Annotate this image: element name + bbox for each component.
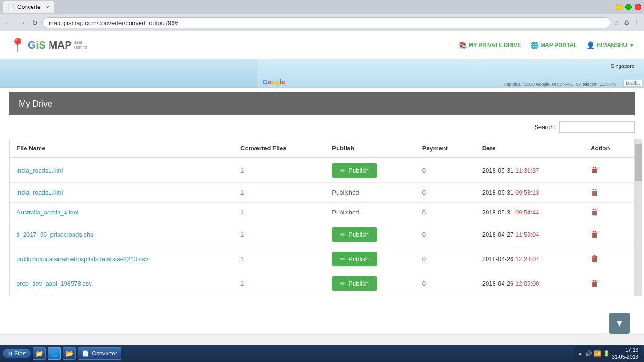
- publish-button[interactable]: ✏ Publish: [332, 276, 377, 291]
- user-menu[interactable]: 👤 HIMANSHU ▼: [586, 41, 635, 49]
- reload-button[interactable]: ↻: [30, 18, 40, 27]
- close-button[interactable]: [635, 4, 641, 10]
- payment-value: 0: [422, 255, 426, 263]
- file-name-link[interactable]: india_roads1.kml: [17, 167, 63, 174]
- publish-button[interactable]: ✏ Publish: [332, 163, 377, 178]
- cell-date: 2018-04-27 11:59:04: [476, 222, 584, 247]
- my-drive-title: My Drive: [19, 99, 52, 108]
- cell-payment: 0: [416, 247, 476, 272]
- minimize-button[interactable]: [616, 4, 622, 10]
- pencil-icon: ✏: [340, 280, 346, 287]
- cell-date: 2018-05-31 09:58:13: [476, 183, 584, 203]
- maximize-button[interactable]: [625, 4, 632, 10]
- leaflet-button[interactable]: Leaflet: [623, 80, 642, 87]
- search-label: Search:: [534, 123, 555, 131]
- forward-button[interactable]: →: [17, 18, 27, 27]
- my-private-drive-link[interactable]: 📚 MY PRIVATE DRIVE: [459, 41, 521, 49]
- delete-button[interactable]: 🗑: [591, 279, 599, 288]
- cell-payment: 0: [416, 272, 476, 296]
- delete-button[interactable]: 🗑: [591, 207, 599, 217]
- title-bar: 📄 Converter ✕: [0, 0, 644, 14]
- col-action: Action: [584, 139, 634, 158]
- scroll-down-icon: ▼: [615, 318, 624, 329]
- delete-button[interactable]: 🗑: [591, 254, 599, 264]
- publish-button[interactable]: ✏ Publish: [332, 227, 377, 242]
- file-name-link[interactable]: tl_2017_06_prisecroads.shp: [17, 231, 93, 238]
- table-row: publichospitalsinaihwhospitalsdatabase12…: [10, 247, 634, 272]
- cell-action: 🗑: [584, 183, 634, 203]
- map-icon: 🌐: [530, 41, 538, 49]
- converted-files-link[interactable]: 1: [240, 167, 244, 174]
- delete-button[interactable]: 🗑: [591, 188, 599, 197]
- cell-converted-files: 1: [234, 247, 325, 272]
- scroll-indicator[interactable]: [635, 139, 642, 296]
- publish-button[interactable]: ✏ Publish: [332, 252, 377, 266]
- tab-close-button[interactable]: ✕: [45, 4, 50, 10]
- converted-files-link[interactable]: 1: [240, 231, 244, 238]
- time-value: 12:05:00: [515, 280, 539, 287]
- cell-file-name: india_roads1.kml: [10, 183, 234, 203]
- scroll-thumb[interactable]: [635, 144, 642, 181]
- time-value: 11:59:04: [515, 231, 539, 238]
- converted-files-link[interactable]: 1: [240, 280, 244, 287]
- cell-file-name: prop_dev_appl_198578.csv: [10, 272, 234, 296]
- logo-section: 📍 GiS MAP BetaTesting: [9, 37, 87, 53]
- converted-files-link[interactable]: 1: [240, 255, 244, 263]
- col-publish: Publish: [325, 139, 415, 158]
- page-icon: 📄: [8, 4, 15, 10]
- cell-converted-files: 1: [234, 222, 325, 247]
- cell-action: 🗑: [584, 247, 634, 272]
- payment-value: 0: [422, 167, 426, 174]
- back-button[interactable]: ←: [4, 18, 14, 27]
- converted-files-link[interactable]: 1: [240, 209, 244, 216]
- map-portal-link[interactable]: 🌐 MAP PORTAL: [530, 41, 577, 49]
- col-date: Date: [476, 139, 584, 158]
- browser-tab[interactable]: 📄 Converter ✕: [3, 1, 54, 13]
- table-row: Australia_admin_4.kml1Published02018-05-…: [10, 203, 634, 222]
- menu-icon[interactable]: ⋮: [634, 19, 640, 26]
- browser-chrome: 📄 Converter ✕ ← → ↻ map.igismap.com/conv…: [0, 0, 644, 31]
- delete-button[interactable]: 🗑: [591, 230, 599, 239]
- cell-action: 🗑: [584, 222, 634, 247]
- file-name-link[interactable]: Australia_admin_4.kml: [17, 209, 79, 216]
- cell-date: 2018-05-31 11:31:37: [476, 158, 584, 183]
- delete-button[interactable]: 🗑: [591, 165, 599, 175]
- logo-text: GiS MAP: [28, 39, 72, 51]
- cell-publish: ✏ Publish: [325, 272, 415, 296]
- extensions-icon[interactable]: ⚙: [624, 19, 630, 26]
- user-icon: 👤: [586, 41, 594, 49]
- date-value: 2018-04-26: [482, 280, 515, 287]
- col-converted-files: Converted Files: [234, 139, 325, 158]
- singapore-label: Singapore: [611, 63, 635, 69]
- cell-date: 2018-04-26 12:05:00: [476, 272, 584, 296]
- time-value: 09:54:44: [515, 209, 539, 216]
- logo-icon: 📍: [9, 37, 26, 53]
- file-name-link[interactable]: publichospitalsinaihwhospitalsdatabase12…: [17, 255, 148, 263]
- cell-converted-files: 1: [234, 183, 325, 203]
- map-visible: Singapore Google Map data ©2018 Google, …: [257, 59, 644, 88]
- window-controls: [616, 4, 641, 10]
- file-name-link[interactable]: india_roads1.kml: [17, 189, 63, 196]
- scroll-down-button[interactable]: ▼: [609, 313, 630, 333]
- search-input[interactable]: [559, 121, 635, 133]
- cell-action: 🗑: [584, 158, 634, 183]
- date-value: 2018-05-31: [482, 209, 515, 216]
- address-bar[interactable]: map.igismap.com/converter/convert_output…: [42, 17, 611, 28]
- bookmark-icon[interactable]: ☆: [614, 19, 620, 26]
- published-status: Published: [332, 209, 359, 216]
- my-drive-header: My Drive: [9, 92, 635, 115]
- file-name-link[interactable]: prop_dev_appl_198578.csv: [17, 280, 92, 287]
- google-g: G: [262, 78, 267, 86]
- cell-publish: ✏ Publish: [325, 158, 415, 183]
- cell-converted-files: 1: [234, 203, 325, 222]
- search-row: Search:: [0, 115, 644, 139]
- tab-title: Converter: [17, 4, 42, 10]
- payment-value: 0: [422, 189, 426, 196]
- cell-publish: Published: [325, 203, 415, 222]
- payment-value: 0: [422, 209, 426, 216]
- table-row: india_roads1.kml1Published02018-05-31 09…: [10, 183, 634, 203]
- converted-files-link[interactable]: 1: [240, 189, 244, 196]
- table-row: tl_2017_06_prisecroads.shp1✏ Publish0201…: [10, 222, 634, 247]
- cell-converted-files: 1: [234, 272, 325, 296]
- drive-icon: 📚: [459, 41, 467, 49]
